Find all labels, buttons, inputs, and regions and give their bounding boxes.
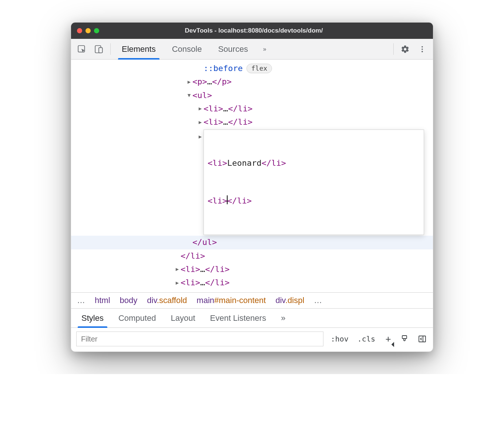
svg-rect-6 <box>402 336 407 339</box>
svg-point-5 <box>421 51 423 52</box>
expand-toggle[interactable] <box>197 104 204 113</box>
edit-line-2: <li></li> <box>208 195 420 207</box>
tab-console[interactable]: Console <box>165 39 209 59</box>
expand-toggle[interactable] <box>197 132 204 141</box>
breadcrumb-body[interactable]: body <box>120 296 138 305</box>
edit-line-1: <li>Leonard</li> <box>208 157 420 169</box>
tabs-divider <box>110 43 111 55</box>
dom-node-ul-close[interactable]: </ul> <box>71 236 433 249</box>
styles-filter-bar: :hov .cls + <box>71 328 433 352</box>
tab-elements[interactable]: Elements <box>114 39 163 59</box>
device-toolbar-icon[interactable] <box>91 39 107 59</box>
dom-node-li[interactable]: <li>…</li> <box>71 115 433 129</box>
dom-tree[interactable]: ::beforeflex <p>…</p> <ul> <li>…</li> <l… <box>71 60 433 292</box>
toggle-classes-button[interactable]: .cls <box>356 334 377 343</box>
breadcrumb-html[interactable]: html <box>95 296 110 305</box>
titlebar: DevTools - localhost:8080/docs/devtools/… <box>71 23 433 39</box>
expand-toggle[interactable] <box>174 265 181 273</box>
subtab-styles[interactable]: Styles <box>74 309 111 327</box>
subtab-event-listeners[interactable]: Event Listeners <box>203 309 274 327</box>
new-style-rule-button[interactable]: + <box>383 333 394 345</box>
dom-node-p[interactable]: <p>…</p> <box>71 75 433 88</box>
styles-filter-input[interactable] <box>76 332 323 346</box>
expand-toggle[interactable] <box>174 279 181 287</box>
breadcrumb-overflow-right[interactable]: … <box>314 296 322 305</box>
breadcrumb-div-scaffold[interactable]: div.scaffold <box>147 296 187 305</box>
breadcrumb-div-displ[interactable]: div.displ <box>275 296 304 305</box>
svg-point-4 <box>421 48 423 50</box>
styles-subtabs: Styles Computed Layout Event Listeners » <box>71 309 433 328</box>
display-badge[interactable]: flex <box>246 64 272 73</box>
expand-toggle[interactable] <box>186 91 192 100</box>
tab-sources[interactable]: Sources <box>211 39 255 59</box>
svg-rect-0 <box>78 46 84 52</box>
expand-toggle[interactable] <box>186 78 192 86</box>
maximize-window-button[interactable] <box>94 28 99 33</box>
devtools-window: DevTools - localhost:8080/docs/devtools/… <box>71 22 433 352</box>
dom-node-before[interactable]: ::beforeflex <box>71 62 433 75</box>
settings-icon[interactable] <box>397 39 413 59</box>
close-window-button[interactable] <box>77 28 82 33</box>
expand-toggle[interactable] <box>197 118 204 127</box>
subtab-more[interactable]: » <box>273 309 293 327</box>
toggle-computed-sidebar-icon[interactable] <box>417 334 428 343</box>
toggle-hover-button[interactable]: :hov <box>329 334 350 343</box>
breadcrumb-main-content[interactable]: main#main-content <box>196 296 266 305</box>
tabs-divider-right <box>393 43 394 55</box>
paint-brush-icon[interactable] <box>400 334 411 343</box>
dom-node-li[interactable]: <li>…</li> <box>71 276 433 289</box>
dom-breadcrumbs[interactable]: … html body div.scaffold main#main-conte… <box>71 292 433 309</box>
svg-rect-2 <box>99 47 103 53</box>
dom-node-ul-open[interactable]: <ul> <box>71 89 433 102</box>
subtab-computed[interactable]: Computed <box>111 309 164 327</box>
inspect-element-icon[interactable] <box>74 39 90 59</box>
dom-node-li[interactable]: <li>…</li> <box>71 102 433 115</box>
minimize-window-button[interactable] <box>85 28 91 33</box>
html-edit-box[interactable]: <li>Leonard</li> <li></li> <box>204 130 424 235</box>
more-options-icon[interactable] <box>414 39 430 59</box>
window-title: DevTools - localhost:8080/docs/devtools/… <box>103 27 405 34</box>
dom-node-li[interactable]: <li>…</li> <box>71 263 433 276</box>
dom-node-li-close[interactable]: </li> <box>71 249 433 263</box>
svg-point-3 <box>421 46 423 47</box>
more-tabs-button[interactable]: » <box>257 39 272 59</box>
subtab-layout[interactable]: Layout <box>163 309 202 327</box>
breadcrumb-overflow-left[interactable]: … <box>77 296 85 305</box>
main-tabs: Elements Console Sources » <box>71 39 433 60</box>
dom-node-edit-row[interactable]: <li>Leonard</li> <li></li> <box>71 129 433 236</box>
window-controls <box>77 28 99 33</box>
